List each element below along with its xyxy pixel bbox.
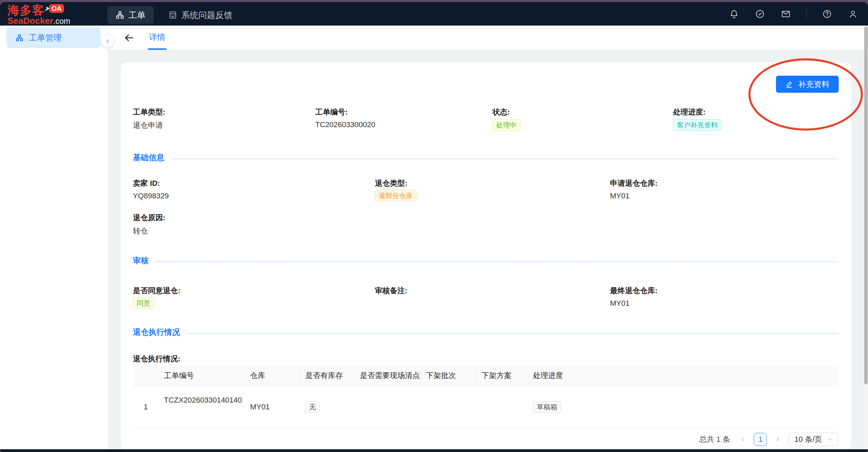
feedback-icon (168, 11, 177, 19)
logo-en-text: SeaDocker (7, 16, 53, 26)
col-plan: 下架方案 (476, 365, 528, 386)
execution-table: 工单编号 仓库 是否有库存 是否需要现场清点 下架批次 下架方案 处理进度 1 … (133, 365, 838, 428)
navbar-icon-group (729, 2, 858, 26)
col-warehouse: 仓库 (245, 365, 300, 386)
return-reason-value: 转仓 (133, 226, 148, 236)
nav-tab-work-order-label: 工单 (128, 10, 146, 21)
audit-remark-label: 审核备注: (375, 286, 407, 296)
col-onsite-check: 是否需要现场清点 (354, 365, 421, 386)
work-order-no-label: 工单编号: (315, 107, 348, 117)
pagination: 总共 1 条 1 10 条/页 (133, 433, 838, 446)
section-dotted-divider (156, 261, 838, 262)
logo-domain-text: .com (53, 17, 70, 26)
apply-warehouse-label: 申请退仓仓库: (610, 178, 657, 189)
cell-progress: 草稿箱 (528, 386, 618, 427)
vertical-scrollbar (864, 26, 868, 449)
return-type-badge: 退部分仓库 (375, 190, 416, 201)
supplement-data-button[interactable]: 补充资料 (776, 76, 839, 93)
page-number-button[interactable]: 1 (754, 433, 767, 446)
col-empty (618, 365, 838, 386)
page-size-value: 10 条/页 (794, 434, 822, 445)
tab-detail[interactable]: 详情 (149, 32, 165, 43)
section-dotted-divider (172, 159, 838, 159)
chevron-down-icon (827, 436, 833, 442)
window-bottom-edge (0, 449, 868, 452)
agree-badge: 同意 (133, 297, 154, 309)
audit-title: 审核 (133, 255, 149, 266)
sidebar-item-label: 工单管理 (29, 32, 62, 43)
agree-return-label: 是否同意退仓: (133, 286, 180, 296)
cell-index: 1 (133, 386, 158, 427)
sitemap-icon (116, 11, 124, 19)
sidebar-item-work-order-mgmt[interactable]: 工单管理 (6, 27, 101, 48)
top-navbar: 海多客 OA SeaDocker.com 工单 系统问题反馈 (0, 2, 868, 26)
basic-info-section-header: 基础信息 (133, 152, 838, 163)
detail-card: 补充资料 工单类型: 退仓申请 工单编号: TC202603300020 状态:… (121, 62, 851, 449)
navbar-divider (806, 8, 807, 20)
final-warehouse-label: 最终退仓仓库: (610, 286, 657, 296)
cell-empty (618, 386, 838, 427)
next-page-icon[interactable] (772, 434, 783, 445)
execution-section-header: 退仓执行情况 (133, 327, 838, 337)
nav-tab-feedback[interactable]: 系统问题反馈 (160, 6, 241, 24)
final-warehouse-value: MY01 (610, 299, 629, 308)
status-badge: 处理中 (492, 119, 520, 131)
col-order-no: 工单编号 (158, 365, 245, 386)
user-icon[interactable] (848, 9, 858, 19)
col-progress: 处理进度 (528, 365, 618, 386)
cell-batch (421, 386, 476, 427)
section-dotted-divider (187, 333, 838, 334)
help-icon[interactable] (822, 9, 833, 19)
logo-cn-text: 海多客 (7, 4, 44, 16)
mail-icon[interactable] (780, 9, 791, 19)
has-stock-badge: 无 (305, 401, 320, 413)
cell-plan (476, 386, 528, 427)
work-order-type-value: 退仓申请 (133, 120, 163, 131)
back-button[interactable] (123, 31, 136, 44)
app-logo: 海多客 OA SeaDocker.com (7, 4, 70, 25)
check-circle-icon[interactable] (755, 9, 765, 19)
apply-warehouse-value: MY01 (610, 192, 629, 200)
audit-section-header: 审核 (133, 255, 838, 266)
bell-icon[interactable] (729, 9, 740, 19)
return-reason-label: 退仓原因: (133, 213, 165, 223)
seller-id-value: YQ898329 (133, 192, 169, 200)
table-row: 1 TCZX20260330140140 MY01 无 草稿箱 (133, 386, 838, 428)
execution-title: 退仓执行情况 (133, 327, 180, 337)
supplement-data-button-label: 补充资料 (798, 79, 829, 90)
status-label: 状态: (492, 107, 510, 117)
col-has-stock: 是否有库存 (300, 365, 354, 386)
logo-oa-badge: OA (49, 4, 64, 13)
execution-table-label: 退仓执行情况: (133, 354, 180, 364)
sidebar: 工单管理 (0, 26, 108, 449)
col-batch: 下架批次 (421, 365, 476, 386)
sidebar-collapse-button[interactable] (102, 35, 114, 47)
nav-tab-work-order[interactable]: 工单 (107, 6, 154, 24)
cell-order-no: TCZX20260330140140 (158, 386, 245, 427)
nav-tab-feedback-label: 系统问题反馈 (181, 10, 232, 21)
table-header-row: 工单编号 仓库 是否有库存 是否需要现场清点 下架批次 下架方案 处理进度 (133, 365, 838, 386)
work-order-type-label: 工单类型: (133, 107, 165, 117)
cell-has-stock: 无 (300, 386, 354, 427)
progress-label: 处理进度: (673, 107, 705, 117)
work-order-no-value: TC202603300020 (315, 120, 375, 129)
page-size-select[interactable]: 10 条/页 (789, 433, 838, 446)
return-type-label: 退仓类型: (375, 178, 407, 189)
chevron-left-icon (104, 38, 111, 45)
seller-id-label: 卖家 ID: (133, 178, 160, 189)
edit-pencil-icon (785, 80, 793, 88)
basic-info-title: 基础信息 (133, 152, 164, 163)
cell-warehouse: MY01 (245, 386, 300, 427)
progress-badge: 客户补充资料 (673, 119, 721, 131)
sitemap-icon (15, 34, 24, 42)
prev-page-icon[interactable] (737, 434, 748, 445)
page-header: 详情 (108, 26, 868, 50)
col-index (133, 365, 158, 386)
progress-draft-badge: 草稿箱 (533, 401, 561, 413)
pagination-total: 总共 1 条 (699, 434, 730, 445)
cell-onsite-check (354, 386, 421, 427)
scrollbar-thumb[interactable] (864, 27, 868, 385)
